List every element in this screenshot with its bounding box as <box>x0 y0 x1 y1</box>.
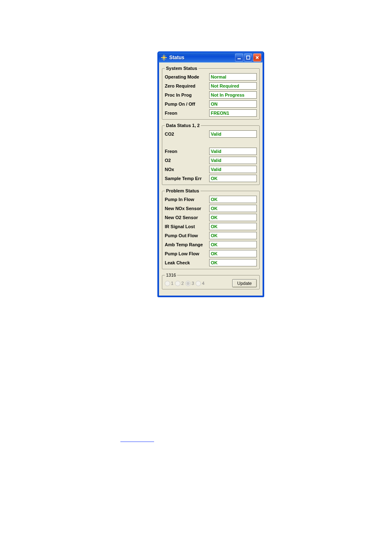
problem-status-legend: Problem Status <box>165 188 201 193</box>
status-row: New NOx Sensor OK <box>165 205 257 212</box>
update-button[interactable]: Update <box>232 279 257 287</box>
window-title: Status <box>169 55 235 60</box>
status-label: Sample Temp Err <box>165 176 209 181</box>
status-value: OK <box>209 175 257 182</box>
client-area: System Status Operating Mode Normal Zero… <box>159 62 263 296</box>
radio-option-2[interactable]: 2 <box>175 281 184 286</box>
status-label: CO2 <box>165 132 209 136</box>
status-row <box>165 139 257 146</box>
status-label: O2 <box>165 158 209 163</box>
status-row: Zero Required Not Required <box>165 82 257 90</box>
radio-option-1[interactable]: 1 <box>165 281 173 286</box>
status-row: Pump In Flow OK <box>165 196 257 203</box>
status-label: New O2 Sensor <box>165 215 209 220</box>
status-row: Freon FREON1 <box>165 109 257 117</box>
status-row: Operating Mode Normal <box>165 73 257 81</box>
window-buttons <box>235 53 261 62</box>
option-radios: 1 2 3 4 <box>165 281 205 286</box>
status-value: FREON1 <box>209 109 257 117</box>
status-label: Pump Low Flow <box>165 251 209 256</box>
status-label: New NOx Sensor <box>165 206 209 211</box>
svg-rect-5 <box>247 56 250 59</box>
system-status-group: System Status Operating Mode Normal Zero… <box>162 66 260 120</box>
radio-option-3[interactable]: 3 <box>185 281 194 286</box>
radio-2-input[interactable] <box>175 281 180 286</box>
status-value: OK <box>209 250 257 257</box>
footer-legend: 1316 <box>165 273 177 278</box>
radio-1-label: 1 <box>171 281 173 286</box>
status-row: Amb Temp Range OK <box>165 241 257 248</box>
status-row: Leak Check OK <box>165 259 257 266</box>
status-value: OK <box>209 196 257 203</box>
radio-3-input[interactable] <box>185 281 191 286</box>
status-label: Operating Mode <box>165 74 209 79</box>
status-value: Valid <box>209 130 257 138</box>
footer-group: 1316 1 2 3 <box>162 273 260 289</box>
status-window: Status System Status Operating Mode Norm… <box>157 51 264 297</box>
minimize-button[interactable] <box>235 53 243 62</box>
status-label: Pump In Flow <box>165 197 209 202</box>
status-label: IR Signal Lost <box>165 224 209 229</box>
status-row: Pump Out Flow OK <box>165 232 257 239</box>
status-row: O2 Valid <box>165 157 257 164</box>
status-value: OK <box>209 214 257 221</box>
status-row: Pump Low Flow OK <box>165 250 257 257</box>
status-row: Sample Temp Err OK <box>165 175 257 182</box>
problem-status-group: Problem Status Pump In Flow OK New NOx S… <box>162 188 260 269</box>
status-value: OK <box>209 205 257 212</box>
status-value: Valid <box>209 157 257 164</box>
data-status-group: Data Status 1, 2 CO2 Valid Freon Valid O… <box>162 123 260 185</box>
svg-rect-4 <box>238 58 241 59</box>
status-value: OK <box>209 259 257 266</box>
status-label: NOx <box>165 167 209 172</box>
status-value: Not Required <box>209 82 257 90</box>
status-value: Normal <box>209 73 257 81</box>
radio-option-4[interactable]: 4 <box>196 281 204 286</box>
radio-2-label: 2 <box>181 281 184 286</box>
data-status-legend: Data Status 1, 2 <box>165 123 201 128</box>
app-icon <box>161 55 167 60</box>
status-value: OK <box>209 232 257 239</box>
stray-underline <box>120 442 154 442</box>
status-row: Proc In Prog Not In Progress <box>165 91 257 99</box>
system-status-legend: System Status <box>165 66 198 71</box>
status-label: Freon <box>165 111 209 116</box>
status-row: CO2 Valid <box>165 130 257 138</box>
status-row: New O2 Sensor OK <box>165 214 257 221</box>
maximize-button[interactable] <box>244 53 252 62</box>
status-row: Pump On / Off ON <box>165 100 257 108</box>
status-label: Pump Out Flow <box>165 233 209 238</box>
status-value: OK <box>209 223 257 230</box>
status-row: Freon Valid <box>165 148 257 155</box>
status-row: NOx Valid <box>165 166 257 173</box>
radio-1-input[interactable] <box>165 281 170 286</box>
status-value: OK <box>209 241 257 248</box>
status-value: ON <box>209 100 257 108</box>
status-label: Proc In Prog <box>165 92 209 97</box>
radio-3-label: 3 <box>191 281 194 286</box>
footer-row: 1 2 3 4 Update <box>165 279 257 287</box>
status-label: Leak Check <box>165 260 209 265</box>
close-button[interactable] <box>253 53 261 62</box>
status-label: Amb Temp Range <box>165 242 209 247</box>
status-value: Valid <box>209 148 257 155</box>
status-value: Not In Progress <box>209 91 257 99</box>
status-label: Pump On / Off <box>165 102 209 106</box>
titlebar[interactable]: Status <box>159 53 263 62</box>
status-label: Freon <box>165 149 209 154</box>
radio-4-label: 4 <box>202 281 204 286</box>
status-label: Zero Required <box>165 83 209 88</box>
status-row: IR Signal Lost OK <box>165 223 257 230</box>
status-value: Valid <box>209 166 257 173</box>
radio-4-input[interactable] <box>196 281 201 286</box>
